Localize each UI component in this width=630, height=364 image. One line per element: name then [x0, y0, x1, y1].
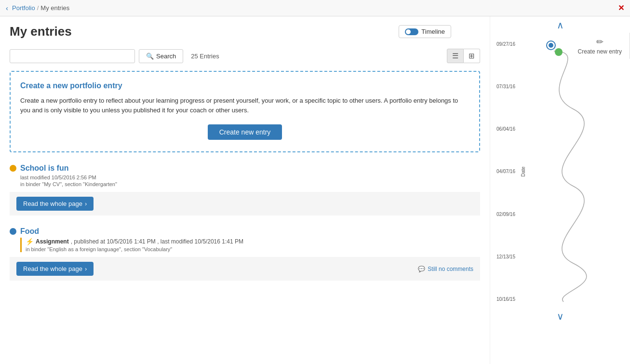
timeline-sidebar: ∧ 09/27/16 07/31/16 06/04/16 04/07/16 02…: [490, 16, 630, 364]
timeline-label: Timeline: [421, 28, 445, 35]
read-page-button-food[interactable]: Read the whole page ›: [16, 262, 94, 276]
entry-title-school[interactable]: School is fun: [20, 164, 68, 173]
chevron-right-icon-food: ›: [85, 265, 87, 272]
search-input[interactable]: [10, 49, 135, 63]
breadcrumb-current: My entries: [40, 4, 69, 12]
view-toggles: ☰ ⊞: [447, 49, 480, 63]
assignment-suffix: , published at 10/5/2016 1:41 PM , last …: [71, 238, 243, 245]
list-view-button[interactable]: ☰: [447, 49, 464, 63]
timeline-date-0: 09/27/16: [490, 41, 518, 47]
assignment-label: Assignment: [36, 238, 69, 245]
grid-view-button[interactable]: ⊞: [464, 49, 480, 63]
main-layout: My entries Timeline 🔍 Search 25 Entries …: [0, 16, 630, 364]
comment-bubble-icon: 💬: [418, 266, 425, 272]
timeline-toggle-button[interactable]: Timeline: [399, 25, 451, 38]
food-assignment-block: ⚡ Assignment , published at 10/5/2016 1:…: [20, 238, 480, 252]
timeline-date-1: 07/31/16: [490, 84, 518, 89]
timeline-down-button[interactable]: ∨: [557, 311, 564, 321]
search-bar: 🔍 Search 25 Entries ☰ ⊞: [10, 49, 480, 63]
breadcrumb: ‹ Portfolio / My entries: [6, 4, 69, 12]
timeline-date-3: 04/07/16: [490, 169, 518, 174]
page-title: My entries: [10, 24, 72, 39]
timeline-down-control: ∨: [490, 311, 630, 321]
timeline-date-2: 06/04/16: [490, 126, 518, 132]
entry-footer-school: Read the whole page ›: [10, 192, 480, 216]
create-entry-box-title: Create a new portfolio entry: [20, 81, 469, 90]
entry-header-food: Food: [10, 227, 480, 236]
entry-binder-food: in binder "English as a foreign language…: [26, 246, 480, 252]
create-entry-button[interactable]: Create new entry: [208, 124, 282, 140]
back-button[interactable]: ‹: [6, 4, 8, 12]
read-page-label-school: Read the whole page: [23, 200, 82, 207]
entry-binder-school: in binder "My CV", section "Kindergarten…: [20, 181, 480, 187]
timeline-date-5: 12/13/15: [490, 254, 518, 259]
content-area: My entries Timeline 🔍 Search 25 Entries …: [0, 16, 490, 364]
chevron-right-icon-school: ›: [85, 200, 87, 207]
lightning-icon: ⚡: [26, 238, 34, 245]
timeline-dot-green: [555, 48, 563, 56]
timeline-up-control: ∧: [490, 20, 630, 30]
comments-link[interactable]: 💬 Still no comments: [418, 266, 473, 272]
toggle-icon: [405, 28, 418, 35]
entries-count: 25 Entries: [191, 53, 219, 60]
close-button[interactable]: ✕: [618, 3, 624, 13]
search-button-label: Search: [156, 53, 176, 60]
entry-dot-blue: [10, 228, 16, 235]
create-entry-box-description: Create a new portfolio entry to reflect …: [20, 96, 469, 115]
entry-footer-food: Read the whole page › 💬 Still no comment…: [10, 257, 480, 281]
entry-meta-school: last modified 10/5/2016 2:56 PM: [20, 175, 480, 180]
timeline-date-4: 02/09/16: [490, 212, 518, 217]
create-entry-box: Create a new portfolio entry Create a ne…: [10, 71, 480, 152]
search-icon: 🔍: [146, 53, 154, 60]
entry-school-is-fun: School is fun last modified 10/5/2016 2:…: [10, 164, 480, 216]
top-navigation-bar: ‹ Portfolio / My entries ✕: [0, 0, 630, 16]
page-header: My entries Timeline: [10, 24, 480, 39]
timeline-up-button[interactable]: ∧: [557, 20, 564, 30]
read-page-label-food: Read the whole page: [23, 265, 82, 272]
entry-header-school: School is fun: [10, 164, 480, 173]
comments-text: Still no comments: [428, 266, 473, 272]
timeline-svg: [525, 32, 621, 311]
timeline-date-6: 10/16/15: [490, 297, 518, 302]
timeline-chart: 09/27/16 07/31/16 06/04/16 04/07/16 02/0…: [490, 32, 630, 311]
read-page-button-school[interactable]: Read the whole page ›: [16, 197, 94, 211]
entry-food: Food ⚡ Assignment , published at 10/5/20…: [10, 227, 480, 281]
search-button[interactable]: 🔍 Search: [139, 49, 183, 63]
breadcrumb-portfolio[interactable]: Portfolio: [12, 4, 35, 12]
assignment-line: ⚡ Assignment , published at 10/5/2016 1:…: [26, 238, 480, 245]
breadcrumb-sep-1: /: [37, 4, 39, 12]
entry-dot-orange: [10, 165, 16, 172]
timeline-dates: 09/27/16 07/31/16 06/04/16 04/07/16 02/0…: [490, 32, 518, 311]
entry-title-food[interactable]: Food: [20, 227, 39, 236]
timeline-dot-blue: [547, 41, 555, 49]
